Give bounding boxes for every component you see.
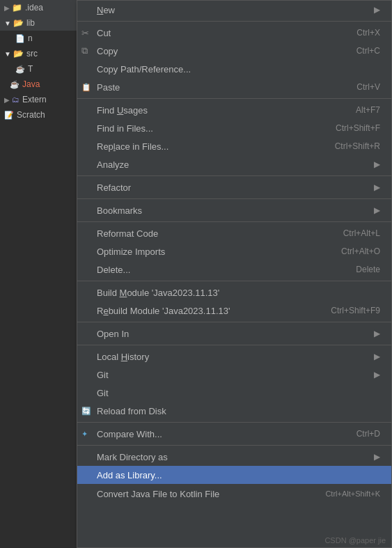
paste-shortcut: Ctrl+V [356, 82, 380, 92]
menu-item-bookmarks[interactable]: Bookmarks ▶ [77, 201, 391, 219]
arrow-icon: ▼ [4, 19, 11, 27]
sidebar-item-label: T [28, 64, 33, 74]
sidebar-item-scratch[interactable]: 📝 Scratch [0, 107, 77, 123]
copy-icon: ⧉ [81, 45, 88, 56]
folder-icon: 📁 [12, 3, 22, 13]
sidebar-item-t[interactable]: ☕ T [0, 61, 77, 77]
menu-item-refactor[interactable]: Refactor ▶ [77, 178, 391, 196]
sidebar-item-lib[interactable]: ▼ 📂 lib [0, 15, 77, 31]
menu-item-new-label: New [97, 5, 370, 15]
submenu-arrow-icon: ▶ [374, 352, 380, 361]
submenu-arrow-icon: ▶ [374, 329, 380, 338]
menu-item-copy[interactable]: ⧉ Copy Ctrl+C [77, 42, 391, 60]
menu-item-repair-ide-label: Git [97, 388, 380, 398]
sidebar-item-label: Java [22, 79, 40, 89]
folder-icon: 📂 [13, 18, 24, 28]
submenu-arrow-icon: ▶ [374, 159, 380, 169]
menu-item-rebuild-module-label: Rebuild Module 'Java2023.11.13' [97, 306, 317, 316]
menu-item-delete-label: Delete... [97, 265, 342, 275]
menu-item-find-in-files[interactable]: Find in Files... Ctrl+Shift+F [77, 119, 391, 137]
sidebar-item-n[interactable]: 📄 n [0, 31, 77, 46]
scratch-icon: 📝 [4, 111, 14, 120]
cut-icon: ✂ [81, 28, 89, 38]
menu-item-new[interactable]: New ▶ [77, 1, 391, 19]
menu-item-reformat[interactable]: Reformat Code Ctrl+Alt+L [77, 224, 391, 242]
context-menu: New ▶ ✂ Cut Ctrl+X ⧉ Copy Ctrl+C Copy Pa… [77, 0, 392, 548]
menu-item-paste[interactable]: 📋 Paste Ctrl+V [77, 78, 391, 96]
menu-item-rebuild-module[interactable]: Rebuild Module 'Java2023.11.13' Ctrl+Shi… [77, 302, 391, 320]
menu-item-delete[interactable]: Delete... Delete [77, 260, 391, 279]
menu-item-compare-with[interactable]: ✦ Compare With... Ctrl+D [77, 425, 391, 443]
folder-icon: 📂 [13, 49, 24, 58]
menu-item-cut[interactable]: ✂ Cut Ctrl+X [77, 24, 391, 42]
arrow-icon: ▶ [4, 96, 10, 104]
compare-icon: ✦ [81, 430, 88, 439]
compare-with-shortcut: Ctrl+D [356, 429, 380, 439]
delete-shortcut: Delete [356, 265, 380, 274]
convert-java-shortcut: Ctrl+Alt+Shift+K [325, 490, 380, 498]
file-icon: 📄 [15, 34, 25, 43]
sidebar-item-label: src [26, 49, 38, 58]
menu-item-compare-with-label: Compare With... [97, 429, 343, 439]
reformat-shortcut: Ctrl+Alt+L [343, 228, 380, 238]
menu-item-repair-ide[interactable]: Git [77, 384, 391, 402]
submenu-arrow-icon: ▶ [374, 5, 380, 15]
menu-item-add-library-label: Add as Library... [97, 470, 380, 480]
menu-item-open-in[interactable]: Open In ▶ [77, 324, 391, 343]
menu-item-git[interactable]: Git ▶ [77, 366, 391, 384]
submenu-arrow-icon: ▶ [374, 205, 380, 215]
separator [77, 445, 391, 446]
menu-item-analyze-label: Analyze [97, 159, 370, 170]
menu-item-copy-path[interactable]: Copy Path/Reference... [77, 60, 391, 78]
menu-item-optimize[interactable]: Optimize Imports Ctrl+Alt+O [77, 242, 391, 260]
arrow-icon: ▼ [4, 50, 11, 58]
paste-icon: 📋 [81, 83, 91, 92]
menu-item-local-history[interactable]: Local History ▶ [77, 347, 391, 366]
menu-item-replace-in-files[interactable]: Replace in Files... Ctrl+Shift+R [77, 137, 391, 155]
sidebar: ▶ 📁 .idea ▼ 📂 lib 📄 n ▼ 📂 src ☕ T ☕ Java… [0, 0, 77, 548]
sidebar-item-label: Scratch [17, 110, 45, 120]
menu-item-find-usages[interactable]: Find Usages Alt+F7 [77, 101, 391, 119]
submenu-arrow-icon: ▶ [374, 182, 380, 192]
menu-item-optimize-label: Optimize Imports [97, 246, 327, 257]
menu-item-copy-label: Copy [97, 46, 343, 56]
menu-item-paste-label: Paste [97, 82, 343, 93]
menu-item-add-library[interactable]: Add as Library... [77, 466, 391, 484]
menu-item-reformat-label: Reformat Code [97, 228, 329, 239]
menu-item-bookmarks-label: Bookmarks [97, 205, 370, 216]
menu-item-cut-label: Cut [97, 28, 343, 38]
menu-item-find-usages-label: Find Usages [97, 105, 342, 116]
menu-item-mark-directory-label: Mark Directory as [97, 452, 370, 462]
menu-item-convert-java[interactable]: Convert Java File to Kotlin File Ctrl+Al… [77, 484, 391, 502]
copy-shortcut: Ctrl+C [356, 46, 380, 56]
sidebar-item-external[interactable]: ▶ 🗂 Extern [0, 92, 77, 107]
menu-item-reload[interactable]: 🔄 Reload from Disk [77, 402, 391, 420]
sidebar-item-idea[interactable]: ▶ 📁 .idea [0, 0, 77, 15]
separator [77, 175, 391, 176]
menu-item-git-label: Git [97, 370, 370, 380]
separator [77, 422, 391, 423]
replace-in-files-shortcut: Ctrl+Shift+R [335, 141, 380, 151]
separator [77, 281, 391, 281]
sidebar-item-label: Extern [22, 95, 47, 104]
separator [77, 322, 391, 322]
separator [77, 198, 391, 199]
java-icon: ☕ [15, 65, 25, 74]
rebuild-module-shortcut: Ctrl+Shift+F9 [331, 306, 380, 315]
menu-item-analyze[interactable]: Analyze ▶ [77, 155, 391, 173]
menu-item-open-in-label: Open In [97, 329, 370, 339]
menu-item-refactor-label: Refactor [97, 182, 370, 193]
separator [77, 21, 391, 22]
menu-item-replace-in-files-label: Replace in Files... [97, 141, 321, 152]
watermark: CSDN @paper jie [324, 536, 386, 545]
cut-shortcut: Ctrl+X [356, 28, 380, 38]
find-in-files-shortcut: Ctrl+Shift+F [336, 123, 380, 133]
arrow-icon: ▶ [4, 4, 10, 12]
sidebar-item-label: lib [26, 18, 35, 28]
optimize-shortcut: Ctrl+Alt+O [341, 246, 380, 256]
submenu-arrow-icon: ▶ [374, 370, 380, 379]
sidebar-item-java[interactable]: ☕ Java [0, 77, 77, 92]
menu-item-build-module[interactable]: Build Module 'Java2023.11.13' [77, 283, 391, 302]
sidebar-item-src[interactable]: ▼ 📂 src [0, 46, 77, 61]
menu-item-mark-directory[interactable]: Mark Directory as ▶ [77, 448, 391, 466]
